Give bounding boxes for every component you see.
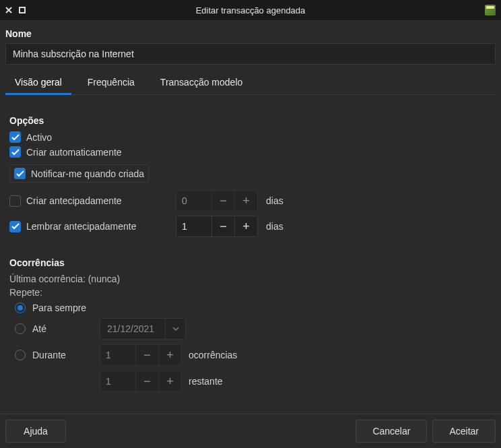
radio-for-label: Durante [32,350,93,360]
checkbox-create-advance[interactable] [9,195,21,207]
plus-icon: + [234,191,257,211]
checkbox-active[interactable] [9,131,21,143]
radio-until-label: Até [32,323,93,334]
minus-icon: − [135,371,158,391]
remaining-input [100,372,135,391]
create-advance-unit: dias [266,195,283,206]
checkbox-notify[interactable] [14,168,26,179]
checkbox-active-label: Activo [26,132,52,143]
minus-icon[interactable]: − [211,216,234,236]
checkbox-remind-advance-label: Lembrar antecipadamente [26,221,136,232]
window-title: Editar transacção agendada [0,5,501,15]
chevron-down-icon [165,319,185,339]
tab-overview[interactable]: Visão geral [5,71,71,95]
occurrences-title: Ocorrências [9,257,492,268]
repeats-label: Repete: [9,287,492,298]
create-advance-spinner: − + [176,190,258,212]
remind-advance-unit: dias [266,221,283,232]
remaining-spinner: − + [100,371,182,392]
radio-forever-label: Para sempre [32,302,86,313]
cancel-button[interactable]: Cancelar [356,420,427,443]
plus-icon: + [158,345,181,365]
checkbox-auto-create-row[interactable]: Criar automaticamente [9,146,492,158]
ok-button[interactable]: Aceitar [432,420,496,443]
help-button[interactable]: Ajuda [5,420,66,443]
minus-icon: − [135,345,158,365]
checkbox-remind-advance[interactable] [9,221,21,232]
for-input [100,346,135,364]
radio-forever[interactable] [15,302,26,313]
until-date-input [100,319,165,338]
checkbox-create-advance-row[interactable]: Criar antecipadamente [9,195,168,207]
last-occurrence: Última ocorrência: (nunca) [9,274,492,284]
remind-advance-spinner[interactable]: − + [176,216,258,237]
remaining-unit: restante [189,376,223,387]
options-title: Opções [9,115,492,126]
footer: Ajuda Cancelar Aceitar [0,414,501,448]
until-date-field [100,318,186,340]
for-unit: ocorrências [189,350,237,360]
checkbox-auto-create-label: Criar automaticamente [26,147,122,158]
checkbox-auto-create[interactable] [9,146,21,158]
plus-icon[interactable]: + [234,216,257,236]
titlebar: Editar transacção agendada [0,0,501,20]
checkbox-remind-advance-row[interactable]: Lembrar antecipadamente [9,221,168,232]
radio-for-row[interactable]: Durante − + ocorrências [9,344,492,366]
app-icon [485,5,496,15]
checkbox-active-row[interactable]: Activo [9,131,492,143]
create-advance-input [176,191,211,210]
name-label: Nome [5,28,496,39]
tab-template[interactable]: Transacção modelo [151,71,252,94]
plus-icon: + [158,371,181,391]
tab-frequency[interactable]: Frequência [78,71,144,94]
radio-until-row[interactable]: Até [9,318,492,340]
name-input[interactable] [5,43,496,65]
maximize-icon[interactable] [19,7,26,13]
radio-for[interactable] [15,350,26,360]
tab-bar: Visão geral Frequência Transacção modelo [5,71,496,95]
checkbox-create-advance-label: Criar antecipadamente [26,195,122,206]
radio-forever-row[interactable]: Para sempre [9,302,492,313]
close-icon[interactable] [5,7,12,13]
for-spinner: − + [100,344,182,366]
checkbox-notify-row[interactable]: Notificar-me quando criada [9,164,149,183]
radio-until[interactable] [15,323,26,334]
minus-icon: − [211,191,234,211]
checkbox-notify-label: Notificar-me quando criada [31,168,144,179]
remind-advance-input[interactable] [176,217,211,236]
svg-rect-0 [20,7,25,13]
